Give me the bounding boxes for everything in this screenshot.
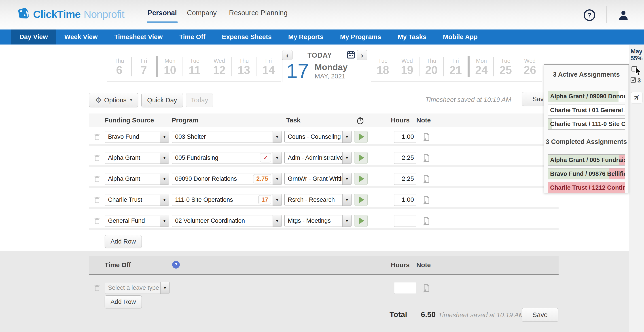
note-icon[interactable]: [422, 216, 430, 226]
note-icon[interactable]: [422, 195, 430, 205]
date-cell[interactable]: Thu6: [107, 52, 131, 81]
program-select[interactable]: 005 Fundraising✓▾: [172, 152, 282, 164]
trash-icon[interactable]: [94, 217, 100, 225]
trash-icon[interactable]: [94, 196, 100, 204]
date-cell[interactable]: Tue18: [371, 52, 395, 81]
funding-source-select[interactable]: Charlie Trust▾: [105, 194, 169, 206]
nav-time-off[interactable]: Time Off: [171, 29, 214, 44]
help-icon[interactable]: ?: [584, 9, 595, 21]
task-select[interactable]: Adm - Administrative▾: [284, 152, 352, 164]
start-timer-button[interactable]: [354, 131, 368, 143]
hours-input[interactable]: [394, 194, 416, 206]
dropdown-caret-icon: ▾: [160, 173, 169, 185]
date-cell[interactable]: Thu20: [420, 52, 443, 81]
week-separator: [156, 56, 158, 77]
program-select[interactable]: 02 Volunteer Coordination▾: [172, 215, 282, 227]
assignment-bar[interactable]: Alpha Grant / 005 Fundraising: [548, 154, 625, 166]
time-off-help-icon[interactable]: ?: [172, 261, 180, 269]
next-day-button[interactable]: ›: [357, 50, 367, 60]
play-icon: [359, 217, 364, 224]
time-off-hours-input[interactable]: [394, 282, 416, 294]
date-cell[interactable]: Wed26: [518, 52, 542, 81]
hours-input[interactable]: [394, 131, 416, 143]
program-select[interactable]: 09090 Donor Relations2.75▾: [172, 173, 282, 185]
assignment-bar[interactable]: Bravo Fund / 09876 Bellifiore Dro: [548, 168, 625, 179]
tab-company[interactable]: Company: [187, 9, 217, 17]
checked-checkbox-icon[interactable]: [630, 77, 636, 83]
nav-day-view[interactable]: Day View: [11, 29, 56, 44]
funding-source-select[interactable]: Bravo Fund▾: [105, 131, 169, 143]
right-side-strip: May 55% 3 ✈: [629, 45, 644, 332]
trash-icon[interactable]: [94, 175, 100, 183]
selected-day[interactable]: 17 Monday MAY, 2021: [282, 60, 365, 82]
nav-my-tasks[interactable]: My Tasks: [389, 29, 434, 44]
user-icon[interactable]: [617, 8, 630, 22]
task-select[interactable]: GrntWr - Grant Writing▾: [284, 173, 352, 185]
note-icon[interactable]: [422, 283, 430, 293]
note-icon[interactable]: [422, 132, 430, 142]
date-cell[interactable]: Thu13: [232, 52, 256, 81]
prev-day-button[interactable]: ‹: [282, 50, 292, 60]
program-select[interactable]: 111-0 Site Operations17▾: [172, 194, 282, 206]
next-days-strip: Tue18 Wed19 Thu20 Fri21 Mon24 Tue25 Wed2…: [371, 52, 542, 81]
start-timer-button[interactable]: [354, 152, 368, 164]
trash-icon[interactable]: [94, 133, 100, 141]
play-icon: [359, 133, 364, 140]
assignment-bar[interactable]: Charlie Trust / 01 General Admini: [548, 105, 625, 116]
time-off-col-hours: Hours: [391, 261, 410, 269]
nav-expense-sheets[interactable]: Expense Sheets: [214, 29, 280, 44]
assignment-bar[interactable]: Charlie Trust / 111-0 Site Operatio: [548, 118, 625, 130]
program-select[interactable]: 003 Shelter▾: [172, 131, 282, 143]
clicktime-logo[interactable]: ClickTime Nonprofit: [17, 7, 124, 20]
mouse-cursor: [635, 67, 643, 76]
date-cell[interactable]: Wed19: [395, 52, 419, 81]
tab-personal[interactable]: Personal: [148, 9, 177, 17]
date-cell[interactable]: Wed12: [207, 52, 232, 81]
date-cell[interactable]: Tue11: [182, 52, 206, 81]
quick-day-button[interactable]: Quick Day: [141, 93, 183, 107]
options-button[interactable]: ⚙ Options ▾: [89, 93, 138, 107]
nav-my-reports[interactable]: My Reports: [280, 29, 332, 44]
time-off-plane-button[interactable]: ✈: [631, 92, 642, 103]
nav-my-programs[interactable]: My Programs: [332, 29, 390, 44]
header-divider: [606, 6, 607, 23]
timesheet-row: Alpha Grant▾ 09090 Donor Relations2.75▾ …: [89, 169, 558, 188]
clicktime-day-view-screen: ClickTime Nonprofit Personal Company Res…: [0, 0, 644, 332]
funding-source-select[interactable]: Alpha Grant▾: [105, 173, 169, 185]
note-icon[interactable]: [422, 174, 430, 184]
date-cell[interactable]: Mon24: [470, 52, 493, 81]
date-cell[interactable]: Fri7: [132, 52, 156, 81]
time-off-row: Select a leave type▾: [89, 278, 558, 297]
calendar-icon[interactable]: [346, 50, 356, 59]
trash-icon[interactable]: [94, 284, 100, 292]
brand-name: ClickTime: [33, 8, 80, 20]
time-off-add-row-button[interactable]: Add Row: [105, 295, 142, 308]
tab-resource-planning[interactable]: Resource Planning: [229, 9, 288, 17]
start-timer-button[interactable]: [354, 173, 368, 185]
date-cell[interactable]: Fri21: [444, 52, 467, 81]
add-row-button[interactable]: Add Row: [105, 235, 142, 248]
task-select[interactable]: Rsrch - Research▾: [284, 194, 352, 206]
hours-input[interactable]: [394, 173, 416, 185]
trash-icon[interactable]: [94, 154, 100, 162]
task-select[interactable]: Couns - Counseling▾: [284, 131, 352, 143]
note-icon[interactable]: [422, 153, 430, 163]
start-timer-button[interactable]: [354, 194, 368, 206]
date-cell[interactable]: Fri14: [256, 52, 281, 81]
nav-timesheet-view[interactable]: Timesheet View: [106, 29, 171, 44]
date-cell[interactable]: Mon10: [158, 52, 182, 81]
hours-input[interactable]: [394, 215, 416, 227]
assignment-bar[interactable]: Charlie Trust / 1212 Continuing C: [548, 182, 625, 193]
date-cell[interactable]: Tue25: [494, 52, 518, 81]
start-timer-button[interactable]: [354, 215, 368, 227]
assignment-bar[interactable]: Alpha Grant / 09090 Donor Relati: [548, 91, 625, 102]
nav-mobile-app[interactable]: Mobile App: [435, 29, 486, 44]
funding-source-select[interactable]: Alpha Grant▾: [105, 152, 169, 164]
leave-type-select[interactable]: Select a leave type▾: [105, 282, 170, 294]
nav-week-view[interactable]: Week View: [56, 29, 106, 44]
funding-source-select[interactable]: General Fund▾: [105, 215, 169, 227]
task-select[interactable]: Mtgs - Meetings▾: [284, 215, 352, 227]
today-button[interactable]: Today: [186, 93, 213, 107]
hours-input[interactable]: [394, 152, 416, 164]
save-button-bottom[interactable]: Save: [522, 308, 558, 322]
